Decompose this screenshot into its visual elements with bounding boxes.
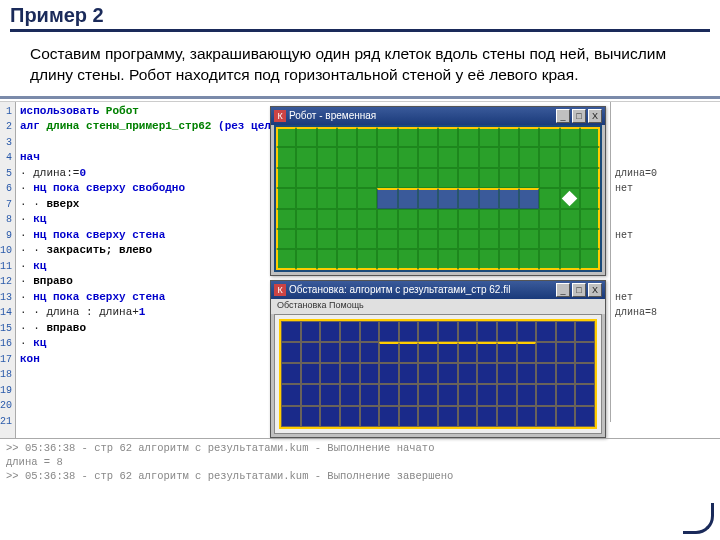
maximize-button[interactable]: □ bbox=[572, 109, 586, 123]
app-icon: К bbox=[274, 110, 286, 122]
corner-decoration-icon bbox=[682, 502, 714, 534]
app-icon: К bbox=[274, 284, 286, 296]
obstacle-grid bbox=[279, 319, 597, 429]
slide-title: Пример 2 bbox=[10, 4, 710, 32]
code-editor[interactable]: 123456789101112131415161718192021 исполь… bbox=[0, 102, 268, 438]
robot-grid bbox=[274, 125, 602, 272]
robot-icon bbox=[562, 191, 578, 207]
console-output: >> 05:36:38 - стр 62 алгоритм с результа… bbox=[0, 438, 720, 480]
robot-window[interactable]: К Робот - временная _ □ X bbox=[270, 106, 606, 276]
close-button[interactable]: X bbox=[588, 283, 602, 297]
slide-header: Пример 2 bbox=[0, 0, 720, 36]
obstacle-window-title: Обстановка: алгоритм с результатами_стр … bbox=[289, 284, 553, 295]
trace-column: длина=0 нет нет нет длина=8 bbox=[610, 102, 708, 422]
minimize-button[interactable]: _ bbox=[556, 109, 570, 123]
line-gutter: 123456789101112131415161718192021 bbox=[0, 102, 16, 438]
robot-window-title: Робот - временная bbox=[289, 110, 553, 121]
slide-description: Составим программу, закрашивающую один р… bbox=[0, 36, 720, 99]
obstacle-window[interactable]: К Обстановка: алгоритм с результатами_ст… bbox=[270, 280, 606, 438]
robot-titlebar[interactable]: К Робот - временная _ □ X bbox=[271, 107, 605, 125]
close-button[interactable]: X bbox=[588, 109, 602, 123]
obstacle-titlebar[interactable]: К Обстановка: алгоритм с результатами_ст… bbox=[271, 281, 605, 299]
obstacle-menubar[interactable]: Обстановка Помощь bbox=[271, 299, 605, 314]
obstacle-grid-wrap bbox=[274, 314, 602, 434]
ide-panel: 123456789101112131415161718192021 исполь… bbox=[0, 101, 720, 481]
maximize-button[interactable]: □ bbox=[572, 283, 586, 297]
minimize-button[interactable]: _ bbox=[556, 283, 570, 297]
